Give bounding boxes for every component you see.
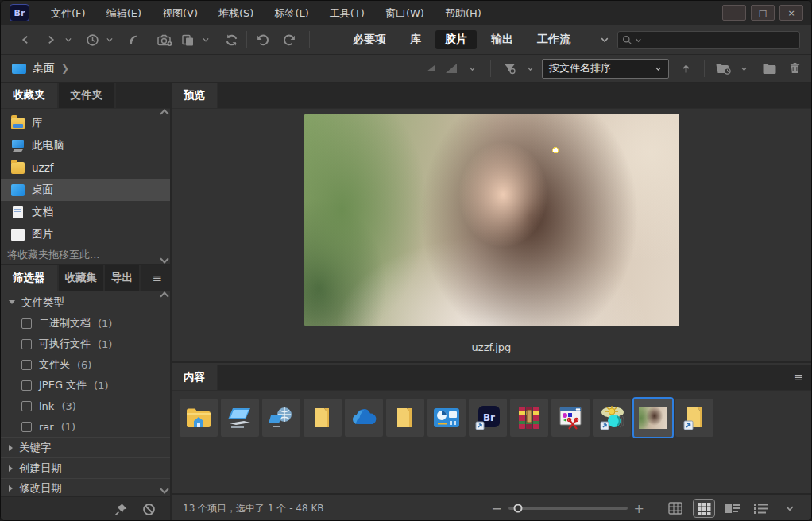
preview-image-uzzf-jpg[interactable] [304, 114, 679, 326]
checkbox[interactable] [21, 360, 32, 370]
workspace-tab-libraries[interactable]: 库 [400, 30, 431, 49]
menu-view[interactable]: 视图(V) [152, 1, 208, 25]
workspace-tab-output[interactable]: 输出 [481, 30, 523, 49]
rotate-right-icon[interactable] [280, 30, 298, 49]
favorites-item-this-pc[interactable]: 此电脑 [1, 134, 170, 156]
search-scope-dropdown-icon[interactable] [635, 37, 642, 44]
quality-dropdown-icon[interactable] [463, 59, 481, 78]
tile-photo-viewer-shortcut[interactable] [593, 399, 631, 437]
details-view-icon[interactable] [722, 500, 743, 517]
duplicate-dropdown-icon[interactable] [197, 30, 215, 49]
thumbnail-quality-hq-icon[interactable] [443, 59, 460, 78]
checkbox[interactable] [21, 380, 32, 391]
slider-thumb[interactable] [513, 504, 522, 513]
tile-onedrive[interactable] [345, 399, 383, 437]
duplicate-pages-icon[interactable] [180, 30, 197, 49]
tab-preview[interactable]: 预览 [172, 83, 218, 108]
checkbox[interactable] [21, 422, 32, 432]
thumbnail-quality-fast-icon[interactable] [422, 59, 439, 78]
view-dropdown-icon[interactable] [779, 500, 800, 517]
favorites-item-documents[interactable]: 文档 [1, 201, 170, 223]
recent-files-folder-icon[interactable] [714, 59, 732, 78]
workspace-dropdown-icon[interactable] [596, 30, 613, 49]
tab-folders[interactable]: 文件夹 [59, 83, 117, 108]
checkbox[interactable] [21, 318, 32, 329]
favorites-item-pictures[interactable]: 图片 [1, 223, 170, 245]
tile-bridge-shortcut[interactable]: Br [469, 399, 507, 437]
rotate-left-icon[interactable] [253, 30, 271, 49]
back-icon[interactable] [17, 30, 34, 49]
filter-dropdown-icon[interactable] [521, 59, 539, 78]
close-button[interactable]: × [779, 5, 803, 21]
keep-filter-pin-icon[interactable] [114, 503, 128, 516]
zoom-out-icon[interactable]: − [491, 501, 501, 516]
maximize-button[interactable]: □ [751, 5, 775, 21]
nav-dropdown-icon[interactable] [60, 30, 77, 49]
history-dropdown-icon[interactable] [101, 30, 118, 49]
breadcrumb[interactable]: 桌面 ❯ [12, 61, 69, 75]
filter-item-lnk[interactable]: lnk (3) [1, 396, 170, 416]
recent-history-icon[interactable] [83, 30, 101, 49]
filter-star-icon[interactable] [501, 59, 518, 78]
recent-files-dropdown-icon[interactable] [735, 59, 752, 78]
delete-trash-icon[interactable] [786, 59, 803, 78]
menu-file[interactable]: 文件(F) [41, 1, 96, 25]
favorites-item-uzzf[interactable]: uzzf [1, 156, 170, 179]
scroll-down-icon[interactable] [160, 484, 168, 493]
search-input[interactable] [617, 31, 800, 49]
tile-folder-2[interactable] [386, 399, 424, 437]
thumbnail-view-icon[interactable] [694, 500, 714, 517]
favorites-item-desktop[interactable]: 桌面 [1, 179, 170, 201]
tile-snipping-app[interactable] [551, 399, 590, 437]
menu-edit[interactable]: 编辑(E) [96, 1, 152, 25]
menu-stacks[interactable]: 堆栈(S) [208, 1, 264, 25]
workspace-tab-essentials[interactable]: 必要项 [343, 30, 396, 49]
filter-item-rar[interactable]: rar (1) [1, 416, 170, 437]
sort-order-select[interactable]: 按文件名排序 [542, 59, 669, 79]
menu-tools[interactable]: 工具(T) [319, 1, 375, 25]
tile-this-pc[interactable] [221, 399, 259, 437]
tab-collections[interactable]: 收藏集 [59, 265, 106, 291]
tile-photo-uzzf-jpg[interactable] [634, 399, 672, 437]
filter-item-folder[interactable]: 文件夹 (6) [1, 354, 170, 375]
list-view-icon[interactable] [751, 500, 771, 517]
minimize-button[interactable]: – [722, 5, 746, 21]
filter-item-executable[interactable]: 可执行文件 (1) [1, 334, 170, 354]
tab-content[interactable]: 内容 [172, 365, 218, 390]
scroll-up-icon[interactable] [160, 291, 168, 300]
scroll-up-icon[interactable] [160, 109, 168, 118]
content-panel-menu-icon[interactable]: ≡ [793, 370, 803, 384]
boomerang-return-icon[interactable] [125, 30, 142, 49]
filter-group-file-type[interactable]: 文件类型 [1, 291, 170, 313]
new-folder-icon[interactable] [760, 59, 778, 78]
grid-lock-view-icon[interactable] [665, 500, 686, 517]
favorites-item-libraries[interactable]: 库 [1, 112, 170, 134]
tab-filter[interactable]: 筛选器 [1, 265, 59, 291]
scroll-down-icon[interactable] [160, 254, 168, 263]
tile-folder-shortcut[interactable] [675, 399, 713, 437]
thumbnail-size-slider[interactable]: − + [491, 501, 644, 516]
checkbox[interactable] [21, 339, 32, 349]
get-photos-camera-icon[interactable] [156, 30, 173, 49]
tile-control-panel[interactable] [427, 399, 466, 437]
refresh-sync-icon[interactable] [222, 30, 240, 49]
menu-label[interactable]: 标签(L) [264, 1, 319, 25]
filter-item-jpeg[interactable]: JPEG 文件 (1) [1, 375, 170, 396]
panel-menu-icon[interactable]: ≡ [152, 271, 162, 285]
checkbox[interactable] [21, 401, 32, 411]
filter-group-keywords[interactable]: 关键字 [1, 437, 170, 457]
clear-filter-block-icon[interactable] [142, 503, 156, 516]
sort-ascending-icon[interactable] [677, 59, 694, 78]
zoom-in-icon[interactable]: + [634, 501, 644, 516]
tile-folder-1[interactable] [304, 399, 342, 437]
tile-winrar[interactable] [510, 399, 548, 437]
workspace-tab-filmstrip[interactable]: 胶片 [435, 30, 477, 49]
filter-scrollbar[interactable] [160, 293, 169, 492]
favorites-scrollbar[interactable] [160, 110, 169, 262]
menu-help[interactable]: 帮助(H) [435, 1, 492, 25]
tab-export[interactable]: 导出 [105, 265, 141, 291]
filter-group-date-created[interactable]: 创建日期 [1, 457, 170, 478]
forward-icon[interactable] [42, 30, 60, 49]
menu-window[interactable]: 窗口(W) [375, 1, 435, 25]
tile-user-folder[interactable] [180, 399, 218, 437]
